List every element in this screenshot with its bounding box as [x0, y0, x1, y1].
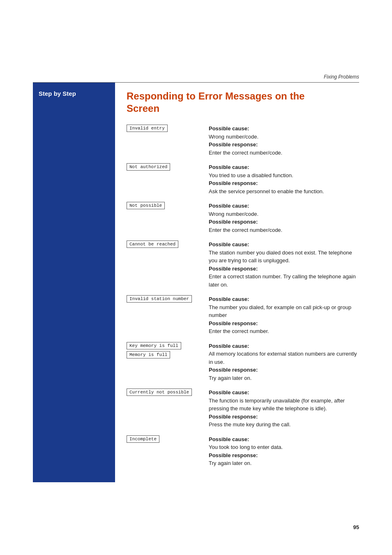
error-entry: Currently not possible Possible cause: T…	[127, 388, 359, 429]
cause-text: All memory locations for external statio…	[209, 351, 357, 365]
error-code-col: Invalid station number	[127, 295, 209, 303]
cause-label: Possible cause:	[209, 164, 249, 170]
cause-text: The function is temporarily unavailable …	[209, 398, 345, 412]
error-code-col: Invalid entry	[127, 125, 209, 132]
error-badge: Cannot be reached	[127, 240, 178, 248]
cause-text: Wrong number/code.	[209, 134, 258, 140]
content-area: Responding to Error Messages on the Scre…	[115, 83, 359, 482]
sidebar-title: Step by Step	[39, 90, 76, 97]
response-label: Possible response:	[209, 266, 258, 272]
response-text: Ask the service personnel to enable the …	[209, 188, 324, 194]
response-text: Enter a correct station number. Try call…	[209, 273, 356, 288]
cause-text: The number you dialed, for example on ca…	[209, 304, 351, 319]
main-content: Step by Step Responding to Error Message…	[33, 83, 359, 482]
description-col: Possible cause: All memory locations for…	[209, 342, 359, 382]
page-container: Fixing Problems Step by Step Responding …	[0, 0, 392, 555]
response-label: Possible response:	[209, 452, 258, 458]
description-col: Possible cause: You tried to use a disab…	[209, 163, 359, 195]
error-entries: Invalid entry Possible cause: Wrong numb…	[127, 125, 359, 474]
cause-label: Possible cause:	[209, 125, 249, 132]
response-text: Enter the correct number/code.	[209, 227, 282, 233]
response-label: Possible response:	[209, 180, 258, 186]
error-entry: Not possible Possible cause: Wrong numbe…	[127, 202, 359, 234]
response-label: Possible response:	[209, 320, 258, 326]
cause-label: Possible cause:	[209, 203, 249, 209]
page-heading: Responding to Error Messages on the Scre…	[127, 90, 359, 115]
error-badge: Memory is full	[127, 351, 170, 358]
description-col: Possible cause: The station number you d…	[209, 240, 359, 289]
cause-label: Possible cause:	[209, 296, 249, 302]
error-entry: Cannot be reached Possible cause: The st…	[127, 240, 359, 289]
description-col: Possible cause: You took too long to ent…	[209, 435, 359, 467]
cause-label: Possible cause:	[209, 241, 249, 247]
response-label: Possible response:	[209, 367, 258, 373]
error-badge: Not possible	[127, 202, 165, 209]
cause-text: You took too long to enter data.	[209, 444, 283, 450]
error-entry: Not authorized Possible cause: You tried…	[127, 163, 359, 195]
response-label: Possible response:	[209, 141, 258, 148]
error-badge: Invalid station number	[127, 295, 192, 303]
heading-line1: Responding to Error Messages on the	[127, 90, 304, 102]
fixing-problems-label: Fixing Problems	[324, 74, 359, 80]
description-col: Possible cause: The function is temporar…	[209, 388, 359, 429]
cause-label: Possible cause:	[209, 343, 249, 349]
error-entry: Key memory is full Memory is full Possib…	[127, 342, 359, 382]
response-text: Try again later on.	[209, 460, 251, 466]
response-text: Enter the correct number/code.	[209, 150, 282, 156]
cause-label: Possible cause:	[209, 436, 249, 442]
cause-text: The station number you dialed does not e…	[209, 250, 352, 264]
top-section: Fixing Problems	[0, 0, 392, 82]
error-badge: Key memory is full	[127, 342, 181, 349]
description-col: Possible cause: The number you dialed, f…	[209, 295, 359, 335]
response-text: Enter the correct number.	[209, 328, 269, 334]
error-code-col: Currently not possible	[127, 388, 209, 396]
cause-label: Possible cause:	[209, 389, 249, 395]
response-label: Possible response:	[209, 414, 258, 420]
error-badge: Incomplete	[127, 435, 159, 443]
response-label: Possible response:	[209, 219, 258, 225]
error-entry: Invalid entry Possible cause: Wrong numb…	[127, 125, 359, 157]
cause-text: You tried to use a disabled function.	[209, 172, 293, 178]
heading-line2: Screen	[127, 103, 159, 114]
cause-text: Wrong number/code.	[209, 211, 258, 217]
error-badge: Invalid entry	[127, 125, 168, 132]
error-code-col: Key memory is full Memory is full	[127, 342, 209, 358]
page-number: 95	[353, 524, 359, 530]
error-code-col: Incomplete	[127, 435, 209, 443]
description-col: Possible cause: Wrong number/code. Possi…	[209, 202, 359, 234]
error-code-col: Cannot be reached	[127, 240, 209, 248]
error-code-col: Not authorized	[127, 163, 209, 171]
error-code-col: Not possible	[127, 202, 209, 209]
error-badge: Currently not possible	[127, 388, 192, 396]
error-badge: Not authorized	[127, 163, 170, 171]
sidebar: Step by Step	[33, 83, 115, 482]
error-entry: Incomplete Possible cause: You took too …	[127, 435, 359, 467]
description-col: Possible cause: Wrong number/code. Possi…	[209, 125, 359, 157]
response-text: Press the mute key during the call.	[209, 421, 291, 428]
response-text: Try again later on.	[209, 375, 251, 381]
error-entry: Invalid station number Possible cause: T…	[127, 295, 359, 335]
